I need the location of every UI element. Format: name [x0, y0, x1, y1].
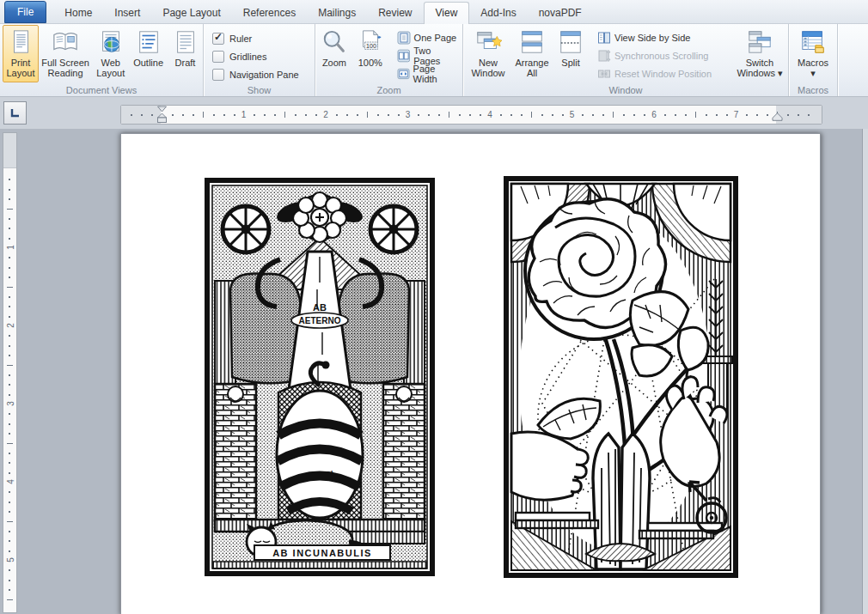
one-page-button[interactable]: One Page	[394, 30, 462, 46]
vertical-scrollbar[interactable]	[862, 129, 868, 614]
group-label-window: Window	[463, 85, 788, 95]
tab-mailings[interactable]: Mailings	[307, 3, 367, 23]
two-pages-icon	[397, 49, 411, 63]
full-screen-reading-icon	[52, 28, 79, 56]
indent-markers[interactable]	[156, 106, 168, 124]
tab-review[interactable]: Review	[367, 3, 423, 23]
arrange-all-label: Arrange All	[515, 58, 548, 78]
split-button[interactable]: Split	[554, 25, 587, 82]
outline-icon	[136, 28, 162, 56]
draft-button[interactable]: Draft	[168, 25, 203, 82]
page-width-button[interactable]: Page Width	[394, 66, 462, 82]
tab-page-layout[interactable]: Page Layout	[151, 3, 231, 23]
one-page-label: One Page	[414, 33, 457, 43]
tab-insert[interactable]: Insert	[103, 3, 151, 23]
tab-stop-selector[interactable]	[3, 101, 27, 125]
zoom-100-label: 100%	[358, 58, 382, 68]
page-width-icon	[397, 67, 410, 81]
zoom-button-label: Zoom	[322, 58, 346, 68]
zoom-100-button[interactable]: 100 100%	[351, 25, 389, 82]
group-window: New Window Arrange All Split	[463, 23, 789, 96]
web-layout-label: Web Layout	[96, 58, 125, 78]
wheel-left-icon	[223, 206, 269, 252]
wheel-right-icon	[370, 206, 417, 252]
outline-label: Outline	[133, 58, 163, 68]
ruler-checkbox-box	[212, 33, 224, 45]
horizontal-ruler[interactable]: 1234567	[120, 105, 822, 125]
horizontal-ruler-ticks: 1234567	[121, 106, 822, 124]
reset-window-position-icon	[597, 67, 611, 81]
svg-text:AETERNO: AETERNO	[299, 316, 341, 325]
ribbon-tab-bar: File Home Insert Page Layout References …	[0, 0, 868, 24]
mask-ornament-right	[396, 386, 412, 402]
group-label-document-views: Document Views	[0, 85, 203, 95]
print-layout-icon	[8, 28, 34, 56]
print-layout-label: Print Layout	[6, 58, 34, 78]
group-macros: Macros ▾ Macros	[789, 23, 838, 96]
tab-stop-l-icon	[9, 107, 21, 119]
web-layout-icon	[98, 28, 124, 56]
navigation-pane-checkbox-box	[212, 69, 224, 81]
ledge-left	[516, 513, 598, 528]
navigation-pane-checkbox[interactable]: Navigation Pane	[212, 69, 299, 81]
draft-icon	[173, 28, 199, 56]
vertical-ruler[interactable]: 12345	[3, 132, 17, 613]
view-side-by-side-button[interactable]: View Side by Side	[594, 30, 730, 46]
arrange-all-button[interactable]: Arrange All	[510, 25, 554, 82]
group-label-show: Show	[204, 85, 315, 95]
document-area[interactable]: 12345	[0, 129, 868, 614]
svg-text:AB: AB	[313, 302, 327, 313]
svg-text:100: 100	[366, 43, 376, 49]
macros-button[interactable]: Macros ▾	[792, 25, 834, 82]
split-icon	[558, 28, 584, 56]
group-zoom: Zoom 100 100% One Page Two Pages	[315, 23, 463, 96]
mask-ornament-left	[228, 386, 243, 402]
word-window: File Home Insert Page Layout References …	[0, 0, 868, 614]
new-window-button[interactable]: New Window	[467, 25, 510, 82]
switch-windows-label: Switch Windows ▾	[737, 58, 782, 78]
ribbon-view: Print Layout Full Screen Reading Web Lay…	[0, 23, 868, 97]
web-layout-button[interactable]: Web Layout	[92, 25, 129, 82]
print-layout-button[interactable]: Print Layout	[3, 25, 39, 82]
tab-add-ins[interactable]: Add-Ins	[469, 3, 527, 23]
page-width-label: Page Width	[413, 64, 459, 84]
new-window-label: New Window	[471, 58, 504, 78]
tab-home[interactable]: Home	[53, 3, 103, 23]
two-pages-button[interactable]: Two Pages	[394, 48, 462, 64]
right-indent-marker[interactable]	[772, 112, 783, 121]
group-show: Ruler Gridlines Navigation Pane Show	[204, 23, 315, 96]
tab-file[interactable]: File	[4, 1, 46, 23]
view-side-by-side-label: View Side by Side	[614, 33, 690, 43]
ruler-checkbox[interactable]: Ruler	[212, 33, 299, 45]
gridlines-checkbox-label: Gridlines	[229, 52, 266, 62]
engraving-ab-aeterno[interactable]: AB AETERNO	[205, 178, 435, 576]
zoom-button[interactable]: Zoom	[317, 25, 351, 82]
switch-windows-icon	[746, 28, 773, 56]
svg-text:AB: AB	[313, 418, 327, 429]
group-label-macros: Macros	[789, 85, 837, 95]
new-window-icon	[474, 28, 502, 56]
full-screen-reading-label: Full Screen Reading	[41, 58, 89, 78]
reset-window-position-button: Reset Window Position	[594, 66, 730, 82]
switch-windows-button[interactable]: Switch Windows ▾	[733, 25, 786, 82]
arrange-all-icon	[519, 28, 545, 56]
tab-view[interactable]: View	[424, 2, 470, 24]
synchronous-scrolling-button: Synchronous Scrolling	[594, 48, 730, 64]
one-page-icon	[397, 31, 411, 45]
navigation-pane-checkbox-label: Navigation Pane	[229, 70, 299, 80]
vertical-ruler-ticks: 12345	[3, 133, 16, 612]
outline-button[interactable]: Outline	[129, 25, 168, 82]
draft-label: Draft	[175, 58, 196, 68]
document-page[interactable]: AB AETERNO	[120, 133, 821, 614]
engraving-rose-in-hands[interactable]	[504, 176, 738, 578]
gridlines-checkbox-box	[212, 51, 224, 63]
ruler-band: 1234567	[0, 96, 868, 130]
zoom-100-icon: 100	[357, 28, 384, 56]
tab-novapdf[interactable]: novaPDF	[528, 3, 593, 23]
full-screen-reading-button[interactable]: Full Screen Reading	[39, 25, 92, 82]
macros-label: Macros ▾	[798, 58, 828, 78]
gridlines-checkbox[interactable]: Gridlines	[212, 51, 299, 63]
split-label: Split	[561, 58, 579, 68]
tab-references[interactable]: References	[232, 3, 307, 23]
svg-text:AB INCUNABULIS: AB INCUNABULIS	[272, 548, 372, 558]
